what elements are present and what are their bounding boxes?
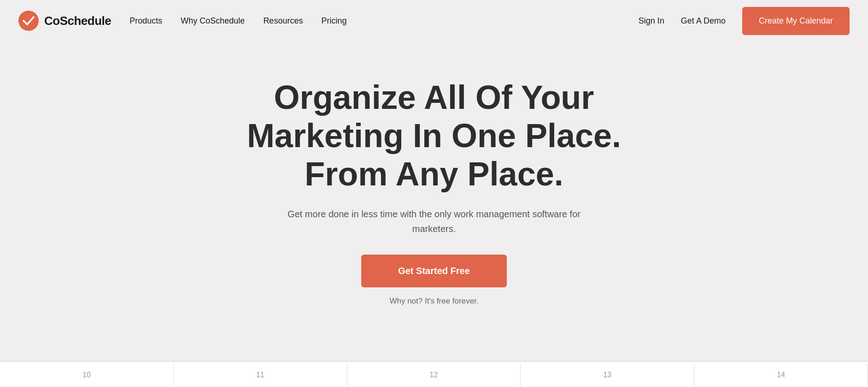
sign-in-link[interactable]: Sign In bbox=[639, 16, 664, 26]
nav-item-why-coschedule[interactable]: Why CoSchedule bbox=[181, 16, 245, 26]
calendar-date-11: 11 bbox=[174, 363, 347, 387]
calendar-date-14: 14 bbox=[694, 363, 868, 387]
get-started-free-button[interactable]: Get Started Free bbox=[361, 255, 507, 287]
nav-link-resources[interactable]: Resources bbox=[263, 16, 303, 25]
logo-icon bbox=[18, 11, 39, 31]
calendar-date-10: 10 bbox=[0, 363, 174, 387]
nav-item-products[interactable]: Products bbox=[129, 16, 162, 26]
nav-link-why-coschedule[interactable]: Why CoSchedule bbox=[181, 16, 245, 25]
hero-note: Why not? It's free forever. bbox=[389, 297, 478, 306]
nav-item-resources[interactable]: Resources bbox=[263, 16, 303, 26]
page-wrapper: CoSchedule Products Why CoSchedule Resou… bbox=[0, 0, 868, 387]
nav-links: Products Why CoSchedule Resources Pricin… bbox=[129, 16, 346, 26]
nav-link-pricing[interactable]: Pricing bbox=[321, 16, 346, 25]
nav-left: CoSchedule Products Why CoSchedule Resou… bbox=[18, 11, 346, 31]
logo[interactable]: CoSchedule bbox=[18, 11, 111, 31]
hero-subtitle: Get more done in less time with the only… bbox=[277, 207, 591, 236]
navbar: CoSchedule Products Why CoSchedule Resou… bbox=[0, 0, 868, 42]
logo-text: CoSchedule bbox=[44, 14, 111, 28]
calendar-date-13: 13 bbox=[521, 363, 694, 387]
calendar-strip: 10 11 12 13 14 bbox=[0, 361, 868, 387]
hero-title: Organize All Of Your Marketing In One Pl… bbox=[227, 78, 641, 193]
nav-link-products[interactable]: Products bbox=[129, 16, 162, 25]
calendar-dates: 10 11 12 13 14 bbox=[0, 363, 868, 387]
hero-section: Organize All Of Your Marketing In One Pl… bbox=[0, 42, 868, 333]
create-my-calendar-button[interactable]: Create My Calendar bbox=[742, 7, 850, 35]
svg-point-0 bbox=[18, 11, 39, 31]
calendar-date-12: 12 bbox=[347, 363, 521, 387]
get-demo-link[interactable]: Get A Demo bbox=[681, 16, 726, 26]
nav-item-pricing[interactable]: Pricing bbox=[321, 16, 346, 26]
nav-right: Sign In Get A Demo Create My Calendar bbox=[639, 7, 850, 35]
